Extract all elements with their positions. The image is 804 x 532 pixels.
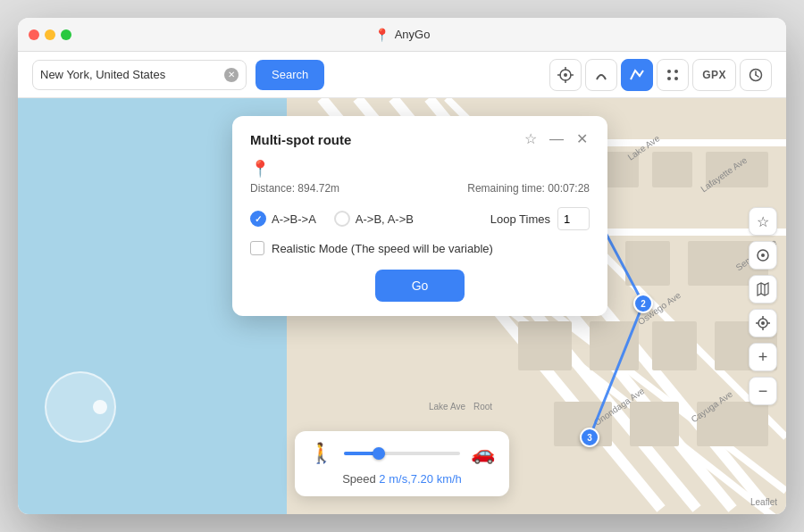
svg-point-5 bbox=[564, 73, 567, 77]
maximize-button[interactable] bbox=[61, 29, 71, 40]
option-abab-label: A->B, A->B bbox=[356, 212, 414, 226]
svg-point-8 bbox=[667, 77, 671, 80]
map-container[interactable]: Lake Ave Lafayette Ave Seneca Ave Oswego… bbox=[18, 98, 786, 514]
joystick[interactable] bbox=[45, 371, 116, 443]
speed-slider-thumb[interactable] bbox=[373, 447, 385, 460]
radio-abab-circle bbox=[334, 211, 350, 227]
bookmark-button[interactable]: ☆ bbox=[523, 130, 539, 148]
svg-marker-40 bbox=[758, 283, 768, 295]
dialog-actions: ☆ — ✕ bbox=[523, 130, 590, 148]
svg-line-12 bbox=[756, 75, 758, 77]
close-dialog-button[interactable]: ✕ bbox=[574, 130, 590, 148]
svg-point-7 bbox=[674, 70, 678, 73]
speed-icons-row: 🚶 🚗 bbox=[309, 442, 495, 465]
zoom-in-button[interactable]: + bbox=[749, 343, 777, 371]
window-title: AnyGo bbox=[395, 28, 431, 41]
realistic-mode-row: Realistic Mode (The speed will be variab… bbox=[250, 241, 590, 255]
root-label: Root bbox=[473, 402, 492, 411]
app-window: 📍 AnyGo ✕ Search bbox=[18, 18, 786, 514]
toolbar-right: GPX bbox=[549, 59, 772, 91]
toolbar: ✕ Search bbox=[18, 52, 786, 98]
svg-point-44 bbox=[761, 321, 765, 325]
zoom-out-button[interactable]: − bbox=[749, 377, 777, 405]
minimize-button[interactable] bbox=[45, 29, 55, 40]
speed-panel: 🚶 🚗 Speed 2 m/s,7.20 km/h bbox=[295, 431, 509, 496]
close-button[interactable] bbox=[29, 29, 39, 40]
dialog-info: Distance: 894.72m Remaining time: 00:07:… bbox=[250, 182, 590, 195]
loop-label: Loop Times bbox=[490, 212, 550, 226]
lake-ave-vert-label: Lake Ave bbox=[429, 402, 465, 411]
svg-rect-25 bbox=[652, 152, 692, 187]
gpx-button[interactable]: GPX bbox=[692, 59, 736, 91]
svg-rect-29 bbox=[625, 241, 670, 286]
leaflet-badge: Leaflet bbox=[750, 497, 777, 507]
multispot-tool-button[interactable] bbox=[621, 59, 653, 91]
distance-label: Distance: 894.72m bbox=[250, 182, 339, 195]
app-icon: 📍 bbox=[374, 28, 389, 42]
minimize-dialog-button[interactable]: — bbox=[548, 130, 565, 148]
compass-tool-button[interactable] bbox=[749, 241, 777, 270]
svg-rect-33 bbox=[652, 321, 697, 370]
svg-rect-36 bbox=[630, 402, 679, 446]
loop-section: Loop Times bbox=[490, 207, 590, 230]
svg-point-9 bbox=[674, 77, 678, 80]
walk-icon: 🚶 bbox=[309, 442, 333, 465]
waypoint-3: 3 bbox=[580, 428, 599, 447]
speed-slider-track bbox=[344, 452, 460, 455]
go-button[interactable]: Go bbox=[375, 270, 465, 302]
car-icon: 🚗 bbox=[471, 442, 495, 465]
svg-point-6 bbox=[667, 70, 671, 73]
svg-rect-31 bbox=[518, 321, 572, 370]
option-ab-ab[interactable]: A->B, A->B bbox=[334, 211, 414, 227]
radio-aba-circle bbox=[250, 211, 266, 227]
traffic-lights bbox=[29, 29, 71, 40]
realistic-mode-label: Realistic Mode (The speed will be variab… bbox=[272, 242, 493, 255]
speed-text: Speed bbox=[342, 472, 379, 486]
option-aba-label: A->B->A bbox=[272, 212, 316, 226]
crosshair-tool-button[interactable] bbox=[549, 59, 582, 91]
multispot-dialog: Multi-spot route ☆ — ✕ 📍 Distance: 894.7… bbox=[232, 116, 607, 316]
svg-point-39 bbox=[761, 254, 765, 257]
remaining-label: Remaining time: 00:07:28 bbox=[467, 182, 590, 195]
realistic-mode-checkbox[interactable] bbox=[250, 241, 264, 255]
option-aba[interactable]: A->B->A bbox=[250, 211, 316, 227]
waypoint-2: 2 bbox=[633, 294, 653, 313]
clock-button[interactable] bbox=[740, 59, 772, 91]
map-view-button[interactable] bbox=[749, 275, 777, 303]
right-tools: ☆ bbox=[749, 207, 777, 405]
speed-label: Speed 2 m/s,7.20 km/h bbox=[309, 472, 495, 486]
dialog-title: Multi-spot route bbox=[250, 132, 351, 147]
joystick-dot bbox=[93, 400, 107, 414]
window-title-area: 📍 AnyGo bbox=[374, 28, 431, 42]
titlebar: 📍 AnyGo bbox=[18, 18, 786, 52]
search-box: ✕ bbox=[32, 60, 247, 90]
svg-rect-32 bbox=[590, 321, 639, 370]
dialog-pin-icon: 📍 bbox=[250, 159, 590, 179]
route-tool-button[interactable] bbox=[585, 59, 617, 91]
speed-value: 2 m/s,7.20 km/h bbox=[379, 472, 461, 486]
search-input[interactable] bbox=[40, 68, 219, 81]
location-target-button[interactable] bbox=[749, 309, 777, 337]
star-tool-button[interactable]: ☆ bbox=[749, 207, 777, 236]
search-button[interactable]: Search bbox=[255, 60, 324, 90]
loop-input[interactable] bbox=[557, 207, 590, 230]
clear-search-button[interactable]: ✕ bbox=[224, 68, 239, 82]
dialog-header: Multi-spot route ☆ — ✕ bbox=[250, 130, 590, 148]
dialog-options: A->B->A A->B, A->B Loop Times bbox=[250, 207, 590, 230]
dots-tool-button[interactable] bbox=[657, 59, 689, 91]
